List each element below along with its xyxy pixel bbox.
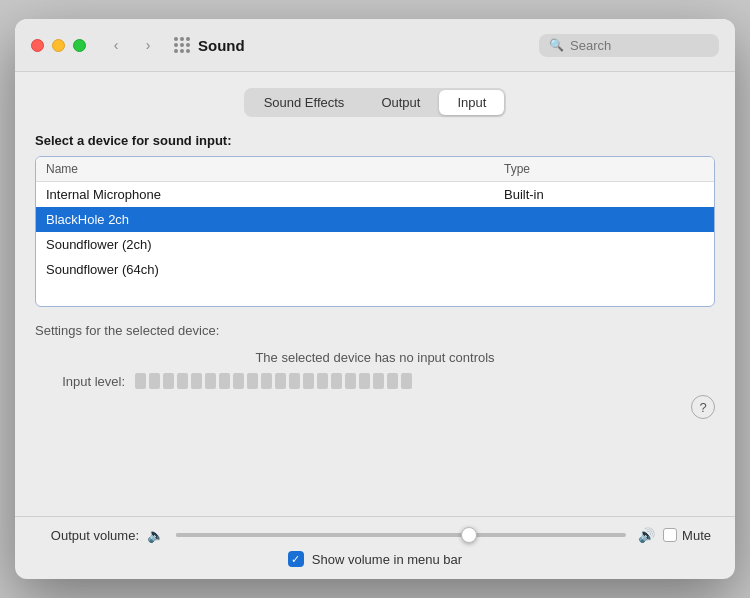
- tab-sound-effects[interactable]: Sound Effects: [246, 90, 363, 115]
- input-level-label: Input level:: [35, 374, 125, 389]
- show-volume-label: Show volume in menu bar: [312, 552, 462, 567]
- settings-section-label: Settings for the selected device:: [35, 323, 715, 338]
- grid-dot: [180, 37, 184, 41]
- tab-output[interactable]: Output: [363, 90, 438, 115]
- grid-dot: [186, 49, 190, 53]
- content-area: Sound Effects Output Input Select a devi…: [15, 72, 735, 516]
- level-bar: [387, 373, 398, 389]
- level-bar: [233, 373, 244, 389]
- level-bar: [191, 373, 202, 389]
- device-name: BlackHole 2ch: [46, 212, 504, 227]
- tabs-container: Sound Effects Output Input: [35, 88, 715, 117]
- level-bar: [177, 373, 188, 389]
- volume-slider[interactable]: [176, 533, 626, 537]
- grid-dot: [174, 43, 178, 47]
- device-section-label: Select a device for sound input:: [35, 133, 715, 148]
- device-table: Name Type Internal Microphone Built-in B…: [35, 156, 715, 307]
- level-bar: [149, 373, 160, 389]
- device-type: Built-in: [504, 187, 704, 202]
- table-row[interactable]: Soundflower (64ch): [36, 257, 714, 282]
- device-type: [504, 262, 704, 277]
- back-button[interactable]: ‹: [102, 31, 130, 59]
- show-volume-checkbox[interactable]: ✓: [288, 551, 304, 567]
- mute-area[interactable]: Mute: [663, 528, 711, 543]
- minimize-button[interactable]: [52, 39, 65, 52]
- table-row[interactable]: Internal Microphone Built-in: [36, 182, 714, 207]
- volume-slider-thumb: [461, 527, 477, 543]
- close-button[interactable]: [31, 39, 44, 52]
- device-type: [504, 237, 704, 252]
- column-name-header: Name: [46, 162, 504, 176]
- volume-high-icon: 🔊: [638, 527, 655, 543]
- volume-low-icon: 🔈: [147, 527, 164, 543]
- table-header: Name Type: [36, 157, 714, 182]
- show-volume-row: ✓ Show volume in menu bar: [39, 551, 711, 567]
- nav-buttons: ‹ ›: [102, 31, 162, 59]
- mute-checkbox[interactable]: [663, 528, 677, 542]
- bottom-bar: Output volume: 🔈 🔊 Mute ✓ Show volume in…: [15, 516, 735, 579]
- titlebar: ‹ › Sound 🔍: [15, 19, 735, 72]
- level-bar: [359, 373, 370, 389]
- level-bar: [135, 373, 146, 389]
- search-icon: 🔍: [549, 38, 564, 52]
- tabs: Sound Effects Output Input: [244, 88, 507, 117]
- main-window: ‹ › Sound 🔍 Sound Ef: [15, 19, 735, 579]
- input-level-bars: [135, 373, 412, 389]
- help-btn-container: ?: [35, 395, 715, 419]
- search-box[interactable]: 🔍: [539, 34, 719, 57]
- level-bar: [275, 373, 286, 389]
- output-volume-label: Output volume:: [39, 528, 139, 543]
- level-bar: [345, 373, 356, 389]
- level-bar: [401, 373, 412, 389]
- table-row[interactable]: BlackHole 2ch: [36, 207, 714, 232]
- level-bar: [219, 373, 230, 389]
- grid-dot: [174, 49, 178, 53]
- grid-dot: [180, 49, 184, 53]
- app-grid-icon[interactable]: [174, 37, 190, 53]
- settings-section: Settings for the selected device: The se…: [35, 319, 715, 419]
- column-type-header: Type: [504, 162, 704, 176]
- tab-input[interactable]: Input: [439, 90, 504, 115]
- input-level-row: Input level:: [35, 373, 715, 389]
- device-name: Soundflower (64ch): [46, 262, 504, 277]
- table-row[interactable]: Soundflower (2ch): [36, 232, 714, 257]
- level-bar: [303, 373, 314, 389]
- grid-dot: [186, 37, 190, 41]
- volume-row: Output volume: 🔈 🔊 Mute: [39, 527, 711, 543]
- maximize-button[interactable]: [73, 39, 86, 52]
- traffic-lights: [31, 39, 86, 52]
- level-bar: [261, 373, 272, 389]
- device-type: [504, 212, 704, 227]
- level-bar: [373, 373, 384, 389]
- level-bar: [317, 373, 328, 389]
- device-section: Select a device for sound input: Name Ty…: [35, 133, 715, 307]
- level-bar: [289, 373, 300, 389]
- help-button[interactable]: ?: [691, 395, 715, 419]
- grid-dot: [186, 43, 190, 47]
- checkmark-icon: ✓: [291, 554, 300, 565]
- device-name: Internal Microphone: [46, 187, 504, 202]
- level-bar: [205, 373, 216, 389]
- level-bar: [247, 373, 258, 389]
- grid-dot: [180, 43, 184, 47]
- search-input[interactable]: [570, 38, 709, 53]
- mute-label: Mute: [682, 528, 711, 543]
- volume-slider-fill: [176, 533, 469, 537]
- level-bar: [163, 373, 174, 389]
- device-name: Soundflower (2ch): [46, 237, 504, 252]
- table-row-empty: [36, 282, 714, 306]
- no-controls-message: The selected device has no input control…: [35, 350, 715, 365]
- grid-dot: [174, 37, 178, 41]
- forward-button[interactable]: ›: [134, 31, 162, 59]
- window-title: Sound: [198, 37, 245, 54]
- level-bar: [331, 373, 342, 389]
